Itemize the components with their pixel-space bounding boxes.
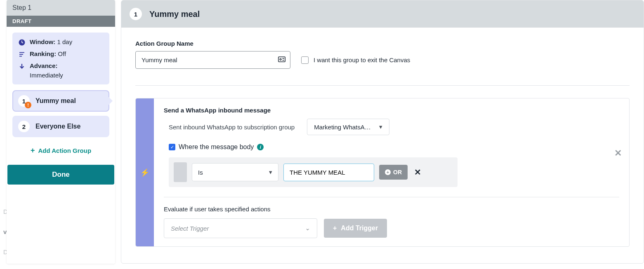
- condition-block: Is ▾ + OR ✕: [169, 157, 458, 187]
- main-panel: 1 Yummy meal Action Group Name I want th…: [121, 0, 644, 264]
- close-card-icon[interactable]: ✕: [614, 148, 622, 159]
- subscription-group-value: Marketing WhatsA…: [314, 124, 371, 131]
- divider: [135, 85, 630, 86]
- plus-icon: +: [31, 146, 35, 155]
- page-title: Yummy meal: [149, 9, 200, 19]
- action-item-everyone-else[interactable]: 2 Everyone Else: [12, 116, 109, 137]
- action-group-name-input[interactable]: [135, 51, 290, 69]
- or-button[interactable]: + OR: [379, 165, 408, 180]
- remove-condition-icon[interactable]: ✕: [414, 167, 421, 177]
- arrow-down-icon: [18, 63, 26, 70]
- add-trigger-button[interactable]: + Add Trigger: [324, 219, 387, 238]
- select-trigger-dropdown[interactable]: Select Trigger ⌄: [164, 218, 317, 238]
- header-step-number: 1: [130, 8, 142, 20]
- clock-icon: [18, 39, 26, 46]
- subscription-group-select[interactable]: Marketing WhatsA… ▾: [307, 119, 389, 135]
- window-label: Window:: [30, 38, 55, 45]
- advance-label: Advance:: [30, 62, 58, 69]
- action-label: Everyone Else: [35, 123, 80, 130]
- advance-value: Immediately: [30, 72, 104, 79]
- action-group-name-label: Action Group Name: [135, 40, 630, 47]
- chevron-down-icon: ▾: [269, 168, 272, 176]
- ranking-value: Off: [58, 50, 66, 57]
- ranking-icon: [18, 51, 26, 58]
- svg-point-6: [280, 58, 281, 60]
- action-number: 1 !: [18, 95, 30, 107]
- plus-icon: +: [333, 225, 337, 232]
- select-trigger-placeholder: Select Trigger: [171, 225, 209, 232]
- trigger-subtext: Sent inbound WhatsApp to subscription gr…: [169, 124, 295, 131]
- info-icon[interactable]: i: [257, 144, 264, 150]
- message-body-checkbox[interactable]: ✓: [169, 144, 175, 150]
- evaluate-label: Evaluate if user takes specified actions: [164, 206, 619, 213]
- step-title: Step 1: [7, 0, 115, 16]
- lightning-icon: ⚡: [140, 168, 149, 177]
- chevron-down-icon: ⌄: [305, 225, 310, 232]
- chevron-down-icon: ▾: [379, 123, 382, 131]
- action-label: Yummy meal: [35, 97, 76, 105]
- svg-rect-5: [278, 57, 285, 62]
- or-label: OR: [393, 169, 402, 175]
- window-value: 1 day: [57, 38, 73, 45]
- condition-operator-value: Is: [198, 169, 203, 176]
- main-header: 1 Yummy meal: [121, 0, 644, 28]
- chevron-right-icon: [109, 97, 113, 105]
- trigger-title: Send a WhatsApp inbound message: [164, 107, 619, 114]
- id-card-icon[interactable]: [278, 56, 285, 64]
- add-trigger-label: Add Trigger: [341, 225, 378, 232]
- alert-icon: !: [25, 102, 31, 108]
- condition-operator-select[interactable]: Is ▾: [192, 163, 278, 181]
- action-number: 2: [18, 121, 30, 132]
- done-button[interactable]: Done: [7, 165, 114, 185]
- exit-canvas-label: I want this group to exit the Canvas: [314, 56, 410, 63]
- message-body-label: Where the message body: [179, 143, 254, 151]
- divider: [164, 197, 619, 197]
- add-group-label: Add Action Group: [38, 147, 91, 154]
- add-action-group-button[interactable]: + Add Action Group: [7, 141, 115, 160]
- action-item-yummy-meal[interactable]: 1 ! Yummy meal: [12, 90, 109, 112]
- condition-value-input[interactable]: [283, 164, 374, 181]
- sidebar: Step 1 DRAFT Window: 1 day Ranking: Off …: [7, 0, 115, 264]
- plus-circle-icon: +: [385, 169, 391, 175]
- trigger-card: ⚡ Send a WhatsApp inbound message Sent i…: [135, 98, 630, 247]
- summary-box: Window: 1 day Ranking: Off Advance: Imme…: [12, 33, 109, 84]
- trigger-spine: ⚡: [136, 98, 154, 246]
- draft-badge: DRAFT: [7, 16, 115, 27]
- exit-canvas-checkbox[interactable]: [301, 56, 309, 64]
- ranking-label: Ranking:: [30, 50, 56, 57]
- drag-handle[interactable]: [174, 162, 187, 182]
